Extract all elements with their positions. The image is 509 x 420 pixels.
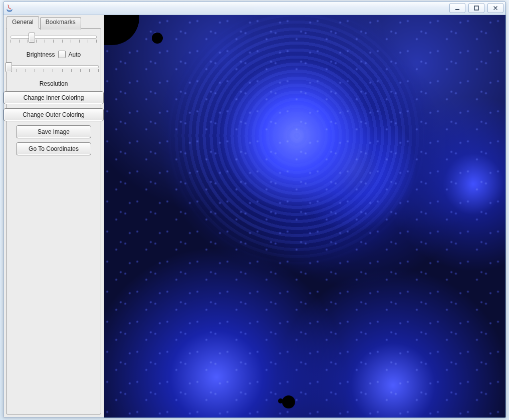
tab-bookmarks[interactable]: Bookmarks [40,17,81,30]
app-window: General Bookmarks Brightness Au [3,1,506,418]
auto-brightness-checkbox[interactable] [58,51,66,58]
client-area: General Bookmarks Brightness Au [4,15,505,417]
panel-inner: Brightness Auto Resolution Change Inner … [9,33,99,155]
resolution-slider[interactable] [6,62,101,76]
svg-rect-0 [455,9,459,10]
fractal-image [104,15,505,417]
close-button[interactable] [487,3,503,13]
tab-label: Bookmarks [46,19,76,26]
slider-ticks [8,69,99,72]
brightness-row: Brightness Auto [27,51,81,58]
slider-track [8,65,99,68]
titlebar[interactable] [4,2,505,15]
fractal-canvas[interactable] [104,15,505,417]
tab-label: General [12,19,34,26]
change-outer-coloring-button[interactable]: Change Outer Coloring [4,108,104,121]
change-inner-coloring-button[interactable]: Change Inner Coloring [4,91,104,104]
java-app-icon [6,4,14,12]
slider-thumb[interactable] [29,33,35,43]
tab-strip: General Bookmarks [7,16,82,29]
sidebar: General Bookmarks Brightness Au [4,15,104,417]
minimize-button[interactable] [449,3,465,13]
brightness-slider[interactable] [9,33,99,47]
go-to-coordinates-button[interactable]: Go To Coordinates [16,142,91,155]
tab-general[interactable]: General [7,16,39,29]
save-image-button[interactable]: Save Image [16,125,91,138]
desktop: General Bookmarks Brightness Au [0,0,509,420]
auto-label: Auto [69,51,81,58]
window-buttons [446,3,503,13]
slider-ticks [11,40,97,43]
mandelbrot-region [282,395,295,408]
tab-panel-general: Brightness Auto Resolution Change Inner … [6,28,101,414]
resolution-label: Resolution [40,80,68,87]
mandelbrot-region [152,33,163,44]
brightness-label: Brightness [27,51,55,58]
slider-thumb[interactable] [6,62,12,72]
slider-track [11,36,97,39]
maximize-button[interactable] [468,3,484,13]
svg-rect-1 [474,6,478,10]
